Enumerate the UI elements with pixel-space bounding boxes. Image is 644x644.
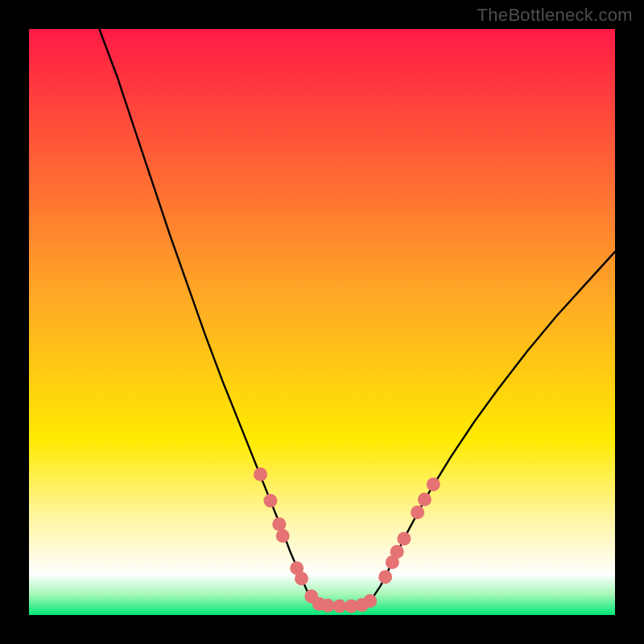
data-marker (411, 506, 424, 519)
data-marker (276, 529, 290, 543)
data-marker (418, 493, 431, 506)
chart-svg (29, 29, 615, 615)
data-marker (254, 468, 267, 481)
data-marker (263, 494, 277, 508)
data-marker (363, 594, 377, 608)
plot-area (29, 29, 615, 615)
data-marker (397, 532, 411, 546)
data-marker (427, 477, 440, 491)
data-marker (272, 518, 286, 531)
data-marker (378, 570, 392, 584)
watermark-label: TheBottleneck.com (477, 5, 633, 26)
gradient-background (29, 29, 615, 615)
data-marker (295, 572, 308, 585)
chart-frame: TheBottleneck.com (0, 0, 644, 644)
data-marker (321, 599, 335, 613)
data-marker (332, 600, 346, 613)
data-marker (390, 545, 404, 559)
